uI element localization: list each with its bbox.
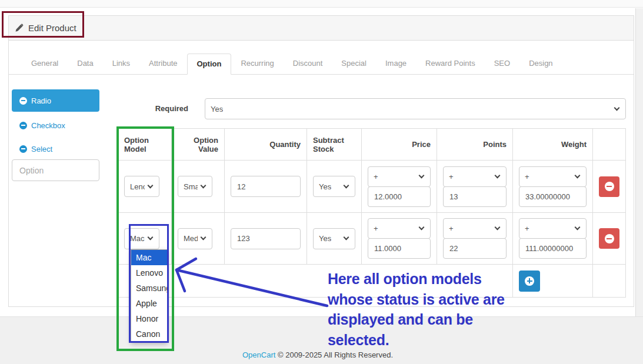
minus-circle-icon — [19, 122, 27, 129]
annotation-note-line: whose status is active are — [328, 289, 545, 310]
tab-seo[interactable]: SEO — [485, 54, 519, 75]
tab-option[interactable]: Option — [187, 54, 232, 75]
minus-circle-icon — [19, 145, 27, 153]
sidebar-item-label: Select — [31, 145, 52, 153]
chevron-down-icon — [419, 172, 425, 178]
chevron-down-icon — [495, 225, 501, 231]
column-header-points: Points — [437, 129, 513, 161]
points-prefix-select[interactable]: + — [443, 218, 507, 239]
chevron-down-icon — [201, 235, 206, 241]
minus-circle-icon — [19, 97, 27, 105]
tab-data[interactable]: Data — [68, 54, 102, 75]
annotation-note-line: displayed and can be — [328, 309, 545, 330]
subtract-stock-select[interactable]: Yes — [313, 176, 355, 197]
price-prefix-select[interactable]: + — [368, 166, 431, 187]
annotation-note-line: selected. — [328, 330, 545, 350]
remove-row-button[interactable] — [599, 176, 619, 197]
option-value-select[interactable]: Medium — [178, 228, 212, 249]
points-input[interactable] — [443, 186, 507, 207]
minus-circle-icon — [605, 182, 614, 191]
weight-input[interactable] — [519, 186, 587, 207]
annotation-box-edit-product — [2, 11, 84, 38]
minus-circle-icon — [605, 234, 614, 243]
chevron-down-icon — [614, 105, 620, 111]
option-row: Lenovo Small Yes + + + — [118, 161, 626, 213]
tab-special[interactable]: Special — [332, 54, 376, 75]
chevron-down-icon — [419, 225, 425, 231]
scrollbar[interactable] — [635, 8, 643, 364]
weight-input[interactable] — [519, 238, 587, 259]
remove-row-button[interactable] — [599, 228, 619, 249]
column-header-price: Price — [362, 129, 437, 161]
column-header-weight: Weight — [513, 129, 593, 161]
copyright-text: OpenCart © 2009-2025 All Rights Reserved… — [0, 350, 635, 359]
sidebar-item-radio[interactable]: Radio — [12, 89, 99, 112]
tab-recurring[interactable]: Recurring — [231, 54, 283, 75]
tab-image[interactable]: Image — [376, 54, 416, 75]
annotation-box-model-dropdown — [129, 224, 169, 343]
chevron-down-icon — [344, 182, 349, 188]
panel-heading: Edit Product — [9, 16, 634, 41]
option-row: Mac Medium Yes + + + — [118, 213, 626, 265]
quantity-input[interactable] — [231, 228, 301, 249]
quantity-input[interactable] — [231, 176, 301, 197]
top-bar — [0, 0, 643, 8]
tab-design[interactable]: Design — [519, 54, 562, 75]
column-header-option-value: Option Value — [172, 129, 225, 161]
points-prefix-select[interactable]: + — [443, 166, 507, 187]
subtract-stock-select[interactable]: Yes — [313, 228, 355, 249]
column-header-action — [593, 129, 626, 161]
annotation-note-line: Here all option models — [328, 269, 545, 289]
tab-bar: General Data Links Attribute Option Recu… — [9, 54, 634, 75]
required-label: Required — [141, 104, 188, 113]
sidebar-item-select[interactable]: Select — [12, 141, 99, 157]
chevron-down-icon — [575, 225, 581, 231]
required-select[interactable]: Yes — [205, 98, 626, 119]
required-value: Yes — [211, 105, 223, 113]
opencart-link[interactable]: OpenCart — [242, 350, 275, 359]
weight-prefix-select[interactable]: + — [519, 218, 587, 239]
page-footer: OpenCart © 2009-2025 All Rights Reserved… — [0, 316, 643, 364]
opencart-admin-page: Edit Product General Data Links Attribut… — [0, 0, 643, 364]
chevron-down-icon — [201, 182, 206, 188]
annotation-note: Here all option models whose status is a… — [328, 269, 545, 350]
sidebar-item-label: Radio — [31, 96, 51, 105]
weight-prefix-select[interactable]: + — [519, 166, 587, 187]
chevron-down-icon — [344, 235, 349, 241]
option-value-select[interactable]: Small — [178, 176, 212, 197]
price-input[interactable] — [368, 186, 431, 207]
copyright-label: © 2009-2025 All Rights Reserved. — [278, 350, 393, 359]
add-option-input[interactable] — [12, 159, 99, 181]
chevron-down-icon — [575, 172, 581, 178]
tab-discount[interactable]: Discount — [284, 54, 332, 75]
chevron-down-icon — [495, 172, 501, 178]
price-prefix-select[interactable]: + — [368, 218, 431, 239]
price-input[interactable] — [368, 238, 431, 259]
column-header-subtract-stock: Subtract Stock — [307, 129, 362, 161]
tab-attribute[interactable]: Attribute — [139, 54, 186, 75]
column-header-quantity: Quantity — [225, 129, 307, 161]
sidebar-item-label: Checkbox — [31, 121, 65, 130]
sidebar-item-checkbox[interactable]: Checkbox — [12, 117, 99, 133]
tab-general[interactable]: General — [22, 54, 68, 75]
tab-links[interactable]: Links — [103, 54, 139, 75]
tab-reward-points[interactable]: Reward Points — [416, 54, 485, 75]
points-input[interactable] — [443, 238, 507, 259]
